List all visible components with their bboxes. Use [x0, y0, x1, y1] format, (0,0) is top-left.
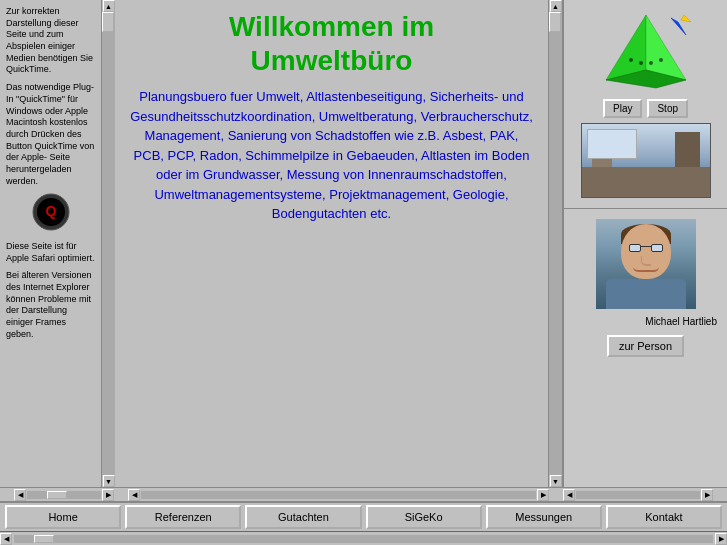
center-hscroll-track[interactable]	[141, 491, 536, 499]
description-text: Planungsbuero fuer Umwelt, Altlastenbese…	[130, 87, 533, 224]
right-top-section: Play Stop	[564, 0, 727, 209]
scroll-corner-right	[713, 488, 727, 502]
content-area: Zur korrekten Darstellung dieser Seite u…	[0, 0, 727, 487]
bottom-hscroll-bar: ◀ ▶	[0, 531, 727, 545]
svg-marker-4	[646, 15, 686, 80]
person-name: Michael Hartlieb	[569, 316, 722, 327]
quicktime-icon: Q	[32, 193, 70, 231]
main-window: Zur korrekten Darstellung dieser Seite u…	[0, 0, 727, 545]
svg-point-10	[649, 61, 653, 65]
left-panel: Zur korrekten Darstellung dieser Seite u…	[0, 0, 115, 487]
left-sidebar: Zur korrekten Darstellung dieser Seite u…	[0, 0, 101, 487]
nav-gutachten[interactable]: Gutachten	[245, 505, 361, 529]
right-scroll-down[interactable]: ▼	[550, 475, 562, 487]
svg-point-11	[659, 58, 663, 62]
sidebar-text-2: Das notwendige Plug-In "QuickTime" für W…	[6, 82, 95, 187]
person-head	[621, 224, 671, 279]
sidebar-text-4: Bei älteren Versionen des Internet Explo…	[6, 270, 95, 340]
right-scroll-track[interactable]	[549, 12, 562, 475]
center-hscroll-left[interactable]: ◀	[128, 489, 140, 501]
right-hscroll-track[interactable]	[576, 491, 700, 499]
right-hscroll-right[interactable]: ▶	[701, 489, 713, 501]
center-hscroll-right[interactable]: ▶	[537, 489, 549, 501]
left-hscroll-track[interactable]	[27, 491, 101, 499]
left-panel-vscrollbar[interactable]: ▲ ▼	[101, 0, 115, 487]
play-button[interactable]: Play	[603, 99, 642, 118]
right-hscroll-left[interactable]: ◀	[563, 489, 575, 501]
nav-referenzen[interactable]: Referenzen	[125, 505, 241, 529]
zur-person-button[interactable]: zur Person	[607, 335, 684, 357]
scroll-sep-1	[114, 488, 128, 502]
bottom-hscroll-left[interactable]: ◀	[0, 533, 12, 545]
horizontal-scrollbar-area: ◀ ▶ ◀ ▶ ◀ ▶	[0, 487, 727, 501]
right-scroll-up[interactable]: ▲	[550, 0, 562, 12]
scroll-corner-left	[0, 488, 14, 502]
right-bottom-section: Michael Hartlieb zur Person	[564, 209, 727, 362]
bottom-nav: Home Referenzen Gutachten SiGeKo Messung…	[0, 501, 727, 531]
person-photo-bg	[596, 219, 696, 309]
right-panel: ▲ ▼	[548, 0, 727, 487]
main-title: Willkommen im Umweltbüro	[130, 10, 533, 77]
bottom-hscroll-thumb[interactable]	[34, 535, 54, 543]
room-photo	[581, 123, 711, 198]
left-scroll-track[interactable]	[102, 12, 115, 475]
left-hscroll-right[interactable]: ▶	[102, 489, 114, 501]
left-hscroll-left[interactable]: ◀	[14, 489, 26, 501]
right-hscroll[interactable]: ◀ ▶	[563, 488, 713, 501]
right-scroll-thumb[interactable]	[549, 12, 561, 32]
scroll-sep-2	[549, 488, 563, 502]
nav-messungen[interactable]: Messungen	[486, 505, 602, 529]
svg-marker-7	[681, 15, 691, 22]
pyramid-graphic	[596, 10, 696, 90]
center-inner: Willkommen im Umweltbüro Planungsbuero f…	[115, 0, 548, 234]
nav-kontakt[interactable]: Kontakt	[606, 505, 722, 529]
left-hscroll-thumb[interactable]	[47, 491, 67, 499]
left-scroll-up[interactable]: ▲	[103, 0, 115, 12]
right-sidebar: Play Stop	[562, 0, 727, 487]
title-line1: Willkommen im	[229, 11, 434, 42]
bottom-hscroll-right[interactable]: ▶	[715, 533, 727, 545]
bottom-hscroll-track[interactable]	[14, 535, 713, 543]
sidebar-text-1: Zur korrekten Darstellung dieser Seite u…	[6, 6, 95, 76]
left-scroll-down[interactable]: ▼	[103, 475, 115, 487]
svg-text:Q: Q	[45, 203, 56, 219]
left-sidebar-inner: Zur korrekten Darstellung dieser Seite u…	[0, 0, 101, 353]
center-content: Willkommen im Umweltbüro Planungsbuero f…	[115, 0, 548, 487]
title-line2: Umweltbüro	[251, 45, 413, 76]
left-scroll-thumb[interactable]	[102, 12, 114, 32]
quicktime-logo-area: Q	[6, 193, 95, 235]
nav-sigeko[interactable]: SiGeKo	[366, 505, 482, 529]
right-panel-vscrollbar[interactable]: ▲ ▼	[548, 0, 562, 487]
nav-home[interactable]: Home	[5, 505, 121, 529]
center-panel: Willkommen im Umweltbüro Planungsbuero f…	[115, 0, 548, 487]
svg-marker-3	[606, 15, 646, 80]
pyramid-svg	[596, 10, 696, 90]
left-hscroll[interactable]: ◀ ▶	[14, 488, 114, 501]
svg-point-8	[629, 58, 633, 62]
media-controls: Play Stop	[569, 99, 722, 118]
svg-point-9	[639, 61, 643, 65]
center-hscroll[interactable]: ◀ ▶	[128, 488, 549, 501]
sidebar-text-3: Diese Seite ist für Apple Safari optimie…	[6, 241, 95, 264]
stop-button[interactable]: Stop	[647, 99, 688, 118]
person-photo	[596, 219, 696, 309]
